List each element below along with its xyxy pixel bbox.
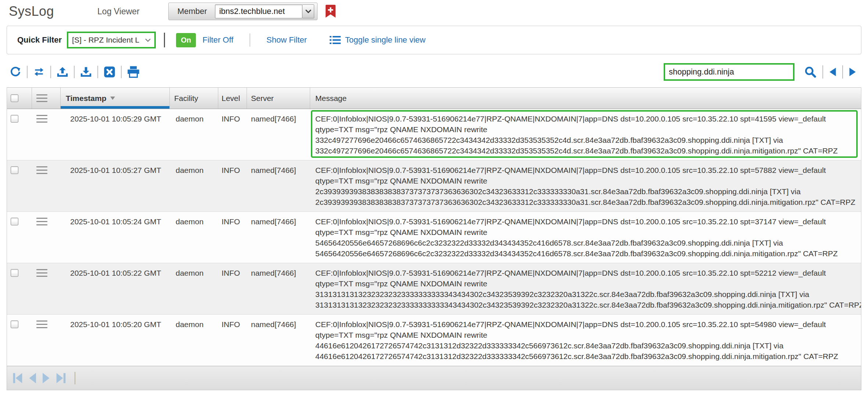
- message-line: 54656420556e64657268696c6c2c3232322d3333…: [315, 248, 861, 259]
- message-line: qtype=TXT msg="rpz QNAME NXDOMAIN rewrit…: [315, 124, 861, 135]
- row-menu-icon[interactable]: [36, 115, 47, 123]
- line-view-icon: [330, 35, 341, 45]
- download-icon[interactable]: [80, 66, 92, 78]
- divider: [164, 33, 165, 47]
- row-level: INFO: [218, 315, 247, 366]
- header-select-all: [7, 88, 32, 109]
- member-dropdown-button[interactable]: [302, 4, 314, 18]
- row-message: CEF:0|Infoblox|NIOS|9.0.7-53931-51690621…: [310, 160, 861, 211]
- divider: [27, 66, 28, 78]
- print-icon[interactable]: [127, 66, 140, 78]
- member-label: Member: [177, 7, 207, 16]
- row-server: named[7466]: [247, 263, 310, 314]
- message-line: CEF:0|Infoblox|NIOS|9.0.7-53931-51690621…: [315, 113, 861, 124]
- prev-match-icon[interactable]: [829, 67, 836, 77]
- message-line: 44616e6120426172726574742c3131312d32322d…: [315, 340, 861, 351]
- syslog-app: SysLog Log Viewer Member ibns2.techblue.…: [0, 0, 868, 395]
- table-menu-icon[interactable]: [36, 94, 47, 102]
- message-line: 2c3939393938383838383737373737363636302c…: [315, 197, 861, 207]
- filter-off-link[interactable]: Filter Off: [202, 35, 233, 45]
- row-menu-icon[interactable]: [36, 218, 47, 225]
- search-icon[interactable]: [804, 66, 817, 78]
- row-level: INFO: [218, 160, 247, 211]
- table-row[interactable]: 2025-10-01 10:05:24 GMT daemon INFO name…: [7, 212, 861, 263]
- message-line: CEF:0|Infoblox|NIOS|9.0.7-53931-51690621…: [315, 165, 861, 175]
- row-menu-icon[interactable]: [36, 166, 47, 174]
- message-line: 332c497277696e20466c6574636865722c343434…: [315, 145, 861, 156]
- row-checkbox[interactable]: [11, 115, 18, 123]
- table-row[interactable]: 2025-10-01 10:05:20 GMT daemon INFO name…: [7, 315, 861, 366]
- last-page-icon[interactable]: [55, 372, 67, 384]
- divider: [842, 65, 843, 79]
- member-select-value: ibns2.techblue.net: [219, 7, 285, 16]
- toggle-single-line-link[interactable]: Toggle single line view: [345, 35, 426, 45]
- row-facility: daemon: [170, 263, 218, 314]
- clear-filter-icon[interactable]: [104, 66, 115, 78]
- bookmark-add-icon[interactable]: [326, 5, 336, 18]
- message-line: 313131313132323232323333333333343434302c…: [315, 300, 861, 310]
- message-line: qtype=TXT msg="rpz QNAME NXDOMAIN rewrit…: [315, 227, 861, 238]
- member-select[interactable]: ibns2.techblue.net: [215, 4, 302, 18]
- message-line: qtype=TXT msg="rpz QNAME NXDOMAIN rewrit…: [315, 175, 861, 186]
- chevron-down-icon: [305, 10, 311, 13]
- row-facility: daemon: [170, 315, 218, 366]
- row-server: named[7466]: [247, 160, 310, 211]
- column-header-timestamp[interactable]: Timestamp: [61, 88, 170, 109]
- search-input[interactable]: [664, 63, 795, 81]
- table-row[interactable]: 2025-10-01 10:05:27 GMT daemon INFO name…: [7, 160, 861, 212]
- row-checkbox[interactable]: [11, 166, 18, 174]
- chevron-down-icon: [145, 39, 151, 42]
- filter-toggle-button[interactable]: On: [176, 33, 196, 47]
- row-menu-icon[interactable]: [36, 269, 47, 277]
- member-selector-group: Member ibns2.techblue.net: [168, 3, 318, 20]
- next-page-icon[interactable]: [42, 372, 51, 384]
- prev-page-icon[interactable]: [28, 372, 37, 384]
- table-row[interactable]: 2025-10-01 10:05:29 GMT daemon INFO name…: [7, 109, 861, 160]
- row-server: named[7466]: [247, 212, 310, 263]
- show-filter-link[interactable]: Show Filter: [266, 35, 307, 45]
- divider: [50, 66, 51, 78]
- message-line: 2c3939393938383838383737373737363636302c…: [315, 186, 861, 197]
- row-level: INFO: [218, 109, 247, 160]
- message-line: CEF:0|Infoblox|NIOS|9.0.7-53931-51690621…: [315, 268, 861, 278]
- select-all-checkbox[interactable]: [11, 94, 18, 102]
- upload-icon[interactable]: [57, 66, 68, 78]
- row-checkbox[interactable]: [11, 320, 18, 328]
- log-toolbar: [7, 60, 861, 84]
- row-checkbox[interactable]: [11, 218, 18, 225]
- column-header-message[interactable]: Message: [310, 88, 861, 109]
- column-header-server[interactable]: Server: [247, 88, 310, 109]
- message-line: CEF:0|Infoblox|NIOS|9.0.7-53931-51690621…: [315, 319, 861, 330]
- quick-filter-select[interactable]: [S] - RPZ Incident L: [67, 32, 156, 48]
- row-server: named[7466]: [247, 109, 310, 160]
- row-level: INFO: [218, 212, 247, 263]
- pagination-bar: [7, 366, 861, 390]
- row-timestamp: 2025-10-01 10:05:24 GMT: [61, 212, 170, 263]
- row-facility: daemon: [170, 160, 218, 211]
- row-timestamp: 2025-10-01 10:05:27 GMT: [61, 160, 170, 211]
- row-checkbox[interactable]: [11, 269, 18, 277]
- message-line: 313131313132323232323333333333343434302c…: [315, 289, 861, 300]
- page-title: SysLog: [9, 4, 54, 19]
- divider: [75, 372, 75, 384]
- divider: [97, 66, 98, 78]
- first-page-icon[interactable]: [12, 372, 23, 384]
- quick-filter-value: [S] - RPZ Incident L: [72, 36, 139, 44]
- row-message: CEF:0|Infoblox|NIOS|9.0.7-53931-51690621…: [310, 263, 861, 314]
- message-line: 332c497277696e20466c6574636865722c343434…: [315, 135, 861, 145]
- row-menu-icon[interactable]: [36, 320, 47, 328]
- column-header-level[interactable]: Level: [218, 88, 247, 109]
- flip-view-icon[interactable]: [33, 66, 45, 77]
- row-message-highlighted: CEF:0|Infoblox|NIOS|9.0.7-53931-51690621…: [310, 109, 861, 160]
- refresh-icon[interactable]: [10, 66, 21, 78]
- next-match-icon[interactable]: [849, 67, 856, 77]
- table-row[interactable]: 2025-10-01 10:05:22 GMT daemon INFO name…: [7, 263, 861, 315]
- column-header-facility[interactable]: Facility: [170, 88, 218, 109]
- message-line: 54656420556e64657268696c6c2c3232322d3333…: [315, 238, 861, 248]
- header-menu: [32, 88, 61, 109]
- quick-filter-label: Quick Filter: [17, 35, 62, 45]
- sorted-column-indicator: [61, 106, 169, 109]
- table-header: Timestamp Facility Level Server Message: [7, 87, 861, 109]
- divider: [74, 66, 75, 78]
- page-subtitle: Log Viewer: [97, 7, 140, 17]
